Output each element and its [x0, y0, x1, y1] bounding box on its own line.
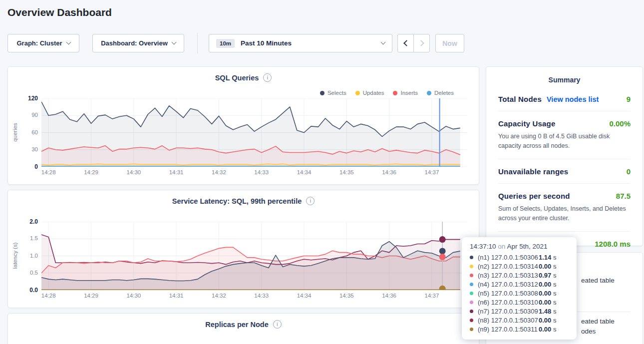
- node-latency-value: 0.00 s: [539, 299, 556, 306]
- summary-value: 0.00%: [609, 119, 631, 128]
- legend-item: Updates: [355, 90, 384, 96]
- series-color-dot-icon: [470, 265, 473, 268]
- y-tick-label: 60: [31, 129, 38, 135]
- legend-item: Inserts: [393, 90, 418, 96]
- x-tick-label: 14:35: [339, 293, 354, 299]
- x-tick-label: 14:34: [297, 293, 312, 299]
- info-icon[interactable]: i: [263, 73, 272, 82]
- node-latency-value: 0.00 s: [539, 263, 556, 270]
- toolbar-divider: [197, 33, 198, 53]
- node-latency-value: 0.97 s: [539, 272, 556, 279]
- info-icon[interactable]: i: [306, 197, 315, 205]
- tooltip-row: (n1) 127.0.0.1:503061.14 s: [470, 253, 569, 262]
- legend-dot-icon: [427, 91, 431, 95]
- chevron-down-icon: [381, 40, 386, 45]
- chevron-down-icon: [66, 40, 71, 45]
- series-color-dot-icon: [470, 328, 473, 331]
- tooltip-row: (n7) 127.0.0.1:503091.48 s: [470, 307, 569, 316]
- node-address: (n1) 127.0.0.1:50306: [478, 254, 539, 261]
- time-prev-button[interactable]: [397, 34, 414, 52]
- chevron-down-icon: [171, 40, 176, 45]
- x-tick-label: 14:31: [169, 169, 184, 175]
- replicas-per-node-title: Replicas per Node: [205, 321, 269, 329]
- node-address: (n9) 127.0.0.1:50311: [478, 326, 539, 333]
- series-color-dot-icon: [470, 274, 473, 277]
- summary-value: 1208.0 ms: [595, 240, 631, 248]
- x-tick-label: 14:36: [382, 169, 396, 175]
- x-tick-label: 14:30: [126, 169, 141, 175]
- info-icon[interactable]: i: [273, 320, 282, 329]
- time-range-selector[interactable]: 10m Past 10 Minutes: [209, 34, 392, 52]
- event-text-fragment: eated table: [581, 277, 615, 284]
- node-address: (n5) 127.0.0.1:50308: [478, 290, 539, 297]
- sql-queries-title: SQL Queries: [215, 74, 259, 82]
- x-tick-label: 14:31: [169, 293, 184, 299]
- legend-item: Deletes: [427, 90, 454, 96]
- tooltip-row: (n4) 127.0.0.1:503120.00 s: [470, 280, 569, 289]
- overview-dashboard-page: Overview Dashboard Graph: Cluster Dashbo…: [0, 0, 644, 344]
- summary-value: 0: [627, 167, 631, 176]
- node-latency-value: 0.00 s: [539, 281, 556, 288]
- y-tick-label: 90: [31, 112, 38, 118]
- x-tick-label: 14:32: [212, 293, 226, 299]
- summary-label: Queries per second: [498, 192, 570, 200]
- time-next-button[interactable]: [413, 34, 430, 52]
- sql-queries-card: SQL Queries i SelectsUpdatesInsertsDelet…: [7, 66, 479, 185]
- node-address: (n8) 127.0.0.1:50307: [478, 317, 539, 324]
- summary-label: Unavailable ranges: [498, 167, 568, 176]
- summary-row: Total NodesView nodes list9: [498, 87, 631, 111]
- summary-row: Capacity Usage0.00%You are using 0 B of …: [498, 111, 631, 159]
- x-tick-label: 14:28: [41, 293, 56, 299]
- summary-row: Queries per second87.5Sum of Selects, Up…: [498, 184, 631, 232]
- summary-label: Capacity Usage: [498, 119, 556, 128]
- x-tick-label: 14:32: [212, 169, 226, 175]
- sql-queries-plot[interactable]: [41, 98, 467, 167]
- tooltip-row: (n5) 127.0.0.1:503080.00 s: [470, 289, 569, 298]
- x-tick-label: 14:29: [84, 293, 98, 299]
- y-tick-label: 1.0: [30, 253, 38, 259]
- x-tick-label: 14:33: [254, 169, 269, 175]
- x-tick-label: 14:34: [297, 169, 312, 175]
- legend-label: Selects: [327, 90, 346, 96]
- node-address: (n6) 127.0.0.1:50310: [478, 299, 539, 306]
- y-tick-label: 1.5: [30, 235, 38, 241]
- x-axis-ticks: 14:2814:2914:3014:3114:3214:3314:3414:35…: [41, 293, 467, 301]
- chevron-left-icon: [403, 40, 410, 46]
- view-nodes-list-link[interactable]: View nodes list: [547, 95, 599, 103]
- y-tick-label: 0: [34, 163, 38, 170]
- x-tick-label: 14:33: [254, 293, 269, 299]
- node-address: (n2) 127.0.0.1:50314: [478, 263, 539, 270]
- legend-dot-icon: [320, 91, 324, 95]
- x-tick-label: 14:37: [425, 169, 439, 175]
- series-color-dot-icon: [470, 256, 473, 259]
- tooltip-row: (n3) 127.0.0.1:503130.97 s: [470, 271, 569, 280]
- time-range-label: Past 10 Minutes: [241, 39, 292, 47]
- series-color-dot-icon: [470, 292, 473, 295]
- graph-dropdown[interactable]: Graph: Cluster: [7, 34, 79, 52]
- service-latency-card: Service Latency: SQL, 99th percentile i …: [7, 190, 479, 308]
- node-address: (n3) 127.0.0.1:50313: [478, 272, 539, 279]
- service-latency-plot[interactable]: [41, 222, 467, 290]
- node-latency-value: 1.48 s: [539, 308, 556, 315]
- dashboard-dropdown-label: Dashboard: Overview: [101, 39, 168, 47]
- tooltip-row: (n9) 127.0.0.1:503110.00 s: [470, 325, 569, 334]
- y-tick-label: 30: [31, 146, 38, 152]
- now-button[interactable]: Now: [435, 34, 464, 52]
- graph-dropdown-label: Graph: Cluster: [16, 39, 62, 47]
- summary-description: Sum of Selects, Updates, Inserts, and De…: [498, 204, 631, 224]
- x-tick-label: 14:30: [126, 293, 141, 299]
- node-address: (n7) 127.0.0.1:50309: [478, 308, 539, 315]
- service-latency-title: Service Latency: SQL, 99th percentile: [172, 197, 302, 205]
- node-latency-value: 0.00 s: [539, 317, 556, 324]
- chart-hover-tooltip: 14:37:10 on Apr 5th, 2021 (n1) 127.0.0.1…: [462, 237, 577, 340]
- node-latency-value: 0.00 s: [539, 290, 556, 297]
- node-address: (n4) 127.0.0.1:50312: [478, 281, 539, 288]
- replicas-per-node-card: Replicas per Node i: [7, 313, 479, 344]
- node-latency-value: 0.00 s: [539, 326, 556, 333]
- sql-queries-legend: SelectsUpdatesInsertsDeletes: [320, 90, 454, 96]
- x-tick-label: 14:36: [382, 293, 396, 299]
- y-axis-ticks: 0.00.51.01.52.0: [8, 222, 38, 290]
- dashboard-dropdown[interactable]: Dashboard: Overview: [92, 34, 184, 52]
- y-tick-label: 0.0: [29, 287, 38, 294]
- legend-label: Deletes: [434, 90, 454, 96]
